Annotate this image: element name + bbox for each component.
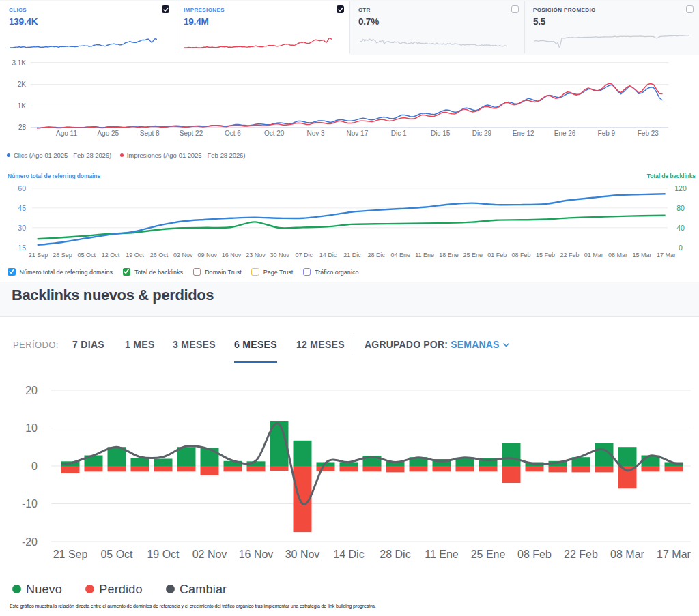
- svg-text:12 Oct: 12 Oct: [102, 252, 120, 259]
- svg-text:Feb 23: Feb 23: [638, 130, 659, 137]
- svg-text:26 Oct: 26 Oct: [150, 252, 169, 259]
- svg-text:15 Mar: 15 Mar: [632, 252, 651, 259]
- svg-text:05 Oct: 05 Oct: [100, 548, 133, 560]
- svg-text:22 Feb: 22 Feb: [564, 548, 598, 560]
- svg-text:30 Nov: 30 Nov: [270, 252, 290, 259]
- svg-text:01 Feb: 01 Feb: [487, 252, 507, 259]
- svg-text:Dic 15: Dic 15: [431, 130, 451, 137]
- svg-text:28 Sep: 28 Sep: [53, 252, 72, 259]
- svg-text:28 Dic: 28 Dic: [380, 548, 410, 560]
- svg-text:17 Mar: 17 Mar: [657, 252, 676, 259]
- svg-text:14 Dic: 14 Dic: [319, 252, 337, 259]
- svg-text:08 Mar: 08 Mar: [610, 548, 644, 560]
- svg-text:40: 40: [676, 224, 685, 232]
- svg-text:Sept 8: Sept 8: [140, 130, 160, 137]
- svg-text:25 Ene: 25 Ene: [463, 252, 483, 259]
- svg-text:Dic 29: Dic 29: [472, 130, 492, 137]
- svg-text:21 Dic: 21 Dic: [343, 252, 361, 259]
- svg-text:Número total de referring doma: Número total de referring domains: [8, 173, 100, 179]
- svg-text:28: 28: [18, 123, 27, 131]
- svg-text:-20: -20: [22, 536, 38, 548]
- svg-text:1K: 1K: [18, 102, 27, 110]
- svg-text:08 Feb: 08 Feb: [517, 548, 552, 560]
- svg-text:10: 10: [25, 422, 38, 434]
- svg-text:02 Nov: 02 Nov: [173, 252, 193, 259]
- svg-text:14 Dic: 14 Dic: [333, 548, 364, 560]
- svg-text:05 Oct: 05 Oct: [78, 252, 96, 259]
- svg-text:08 Mar: 08 Mar: [608, 252, 627, 259]
- svg-text:Total de backlinks: Total de backlinks: [647, 173, 696, 179]
- svg-text:-10: -10: [22, 498, 38, 510]
- svg-text:Feb 9: Feb 9: [598, 130, 616, 137]
- svg-text:Nov 3: Nov 3: [306, 130, 325, 137]
- svg-text:0: 0: [679, 244, 683, 252]
- svg-text:15 Feb: 15 Feb: [536, 252, 555, 259]
- svg-text:11 Ene: 11 Ene: [415, 252, 434, 259]
- svg-text:Oct 6: Oct 6: [225, 130, 241, 137]
- svg-text:04 Ene: 04 Ene: [390, 252, 410, 259]
- svg-text:Ene 26: Ene 26: [554, 130, 576, 137]
- svg-text:Sept 22: Sept 22: [180, 130, 203, 137]
- svg-text:01 Mar: 01 Mar: [584, 252, 603, 259]
- svg-text:19 Oct: 19 Oct: [126, 252, 144, 259]
- svg-text:45: 45: [18, 204, 26, 212]
- svg-text:22 Feb: 22 Feb: [560, 252, 579, 259]
- svg-text:Oct 20: Oct 20: [264, 130, 285, 137]
- svg-text:80: 80: [676, 204, 685, 212]
- svg-text:3.1K: 3.1K: [12, 59, 26, 67]
- svg-text:Dic 1: Dic 1: [391, 130, 407, 137]
- svg-text:30 Nov: 30 Nov: [285, 548, 320, 560]
- svg-text:2K: 2K: [18, 80, 27, 88]
- svg-text:15: 15: [18, 244, 26, 252]
- svg-text:0: 0: [31, 460, 38, 472]
- svg-text:Ago 11: Ago 11: [56, 130, 77, 137]
- svg-text:11 Ene: 11 Ene: [425, 548, 459, 560]
- svg-text:17 Mar: 17 Mar: [657, 548, 691, 560]
- svg-text:02 Nov: 02 Nov: [192, 548, 227, 560]
- svg-text:09 Nov: 09 Nov: [197, 252, 217, 259]
- svg-text:07 Dic: 07 Dic: [295, 252, 313, 259]
- svg-text:60: 60: [18, 184, 26, 192]
- svg-text:Ago 25: Ago 25: [97, 130, 119, 137]
- svg-text:Ene 12: Ene 12: [513, 130, 534, 137]
- svg-text:20: 20: [25, 385, 38, 396]
- svg-text:120: 120: [674, 184, 687, 192]
- svg-text:Nov 17: Nov 17: [347, 130, 369, 137]
- svg-text:28 Dic: 28 Dic: [368, 252, 386, 259]
- svg-text:21 Sep: 21 Sep: [53, 548, 88, 560]
- svg-text:18 Ene: 18 Ene: [439, 252, 459, 259]
- svg-text:19 Oct: 19 Oct: [147, 548, 180, 560]
- svg-text:16 Nov: 16 Nov: [222, 252, 242, 259]
- svg-text:25 Ene: 25 Ene: [471, 548, 506, 560]
- svg-text:08 Feb: 08 Feb: [512, 252, 531, 259]
- svg-text:16 Nov: 16 Nov: [239, 548, 274, 560]
- svg-text:23 Nov: 23 Nov: [246, 252, 266, 259]
- svg-text:21 Sep: 21 Sep: [29, 252, 48, 259]
- svg-text:30: 30: [18, 224, 26, 232]
